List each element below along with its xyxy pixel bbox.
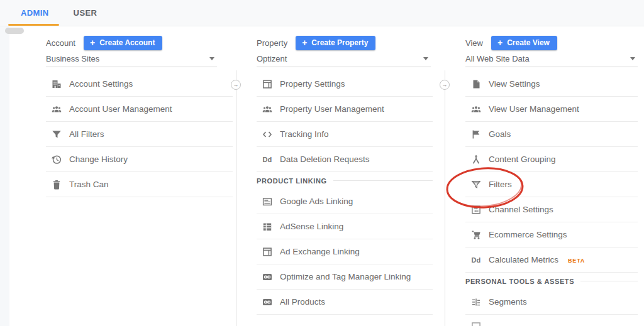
create-account-button[interactable]: + Create Account <box>84 36 162 50</box>
window-icon <box>262 246 273 258</box>
section-header-rule <box>333 180 433 181</box>
list-item-trash-can[interactable]: Trash Can <box>46 172 233 197</box>
view-selector-dropdown[interactable]: All Web Site Data <box>465 54 638 67</box>
list-item-all-products[interactable]: All Products <box>257 290 433 315</box>
account-selector-value: Business Sites <box>46 54 99 63</box>
list-item-view-settings[interactable]: View Settings <box>465 72 638 97</box>
property-column-label: Property <box>257 38 287 48</box>
create-view-button-label: Create View <box>507 38 550 47</box>
list-item-calculated-metrics[interactable]: Dd Calculated Metrics BETA <box>465 247 638 273</box>
list-item-label: All Filters <box>69 129 104 139</box>
account-selector-dropdown[interactable]: Business Sites <box>46 54 217 67</box>
funnel-outline-icon <box>470 179 482 190</box>
collapse-column-button[interactable]: → <box>231 80 241 90</box>
list-item-label: Property User Management <box>280 104 384 114</box>
property-selector-dropdown[interactable]: Optizent <box>257 54 431 67</box>
flag-icon <box>470 129 482 140</box>
list-item-label: Calculated Metrics <box>489 255 558 264</box>
table-icon <box>262 221 273 232</box>
list-item-label: View Settings <box>489 79 540 89</box>
list-item-ad-exchange-linking[interactable]: Ad Exchange Linking <box>257 239 433 264</box>
list-item-content-grouping[interactable]: Content Grouping <box>465 147 638 172</box>
list-item-label: AdSense Linking <box>280 222 343 231</box>
list-item-label: Trash Can <box>69 180 109 189</box>
chevron-down-icon <box>423 57 428 60</box>
split-icon <box>470 154 482 165</box>
list-item-tracking-info[interactable]: Tracking Info <box>257 122 433 147</box>
list-item-optimize-tag-manager-linking[interactable]: Optimize and Tag Manager Linking <box>257 264 433 290</box>
list-item-label: Change History <box>69 155 128 164</box>
list-item-account-settings[interactable]: Account Settings <box>46 72 233 97</box>
collapsed-tooltip-badge <box>5 28 24 34</box>
ads-lines-icon <box>262 196 273 207</box>
list-item-data-deletion-requests[interactable]: Dd Data Deletion Requests <box>257 147 433 172</box>
list-item-property-user-management[interactable]: Property User Management <box>257 97 433 122</box>
section-header-product-linking: PRODUCT LINKING <box>257 172 433 189</box>
link-icon <box>262 296 273 308</box>
beta-badge: BETA <box>568 258 585 264</box>
list-item-label: Google Ads Linking <box>280 197 353 206</box>
list-item-label: Ad Exchange Linking <box>280 247 360 256</box>
list-item-view-user-management[interactable]: View User Management <box>465 97 638 122</box>
property-column: Property + Create Property Optizent Prop… <box>257 35 435 315</box>
create-account-button-label: Create Account <box>99 38 155 47</box>
list-item-channel-settings[interactable]: Channel Settings <box>465 197 638 222</box>
section-header-personal-tools: PERSONAL TOOLS & ASSETS <box>465 273 638 290</box>
account-column: Account + Create Account Business Sites … <box>46 35 233 197</box>
chevron-down-icon <box>630 57 635 60</box>
list-item-partial[interactable] <box>465 315 638 326</box>
trash-icon <box>51 179 62 190</box>
list-item-label: Account User Management <box>69 104 172 114</box>
list-item-ecommerce-settings[interactable]: Ecommerce Settings <box>465 222 638 247</box>
window-icon <box>262 79 273 90</box>
column-divider <box>236 70 236 326</box>
list-item-label: Optimize and Tag Manager Linking <box>280 272 411 281</box>
list-item-adsense-linking[interactable]: AdSense Linking <box>257 214 433 239</box>
list-item-label: Ecommerce Settings <box>489 230 567 239</box>
code-icon <box>262 129 273 140</box>
top-tab-bar: ADMIN USER <box>0 0 644 26</box>
collapse-column-button[interactable]: → <box>440 80 450 90</box>
link-icon <box>262 271 273 283</box>
view-column: View + Create View All Web Site Data Vie… <box>465 35 638 326</box>
list-item-label: Channel Settings <box>489 205 553 214</box>
tab-admin[interactable]: ADMIN <box>21 8 49 18</box>
plus-icon: + <box>302 40 307 46</box>
property-selector-value: Optizent <box>257 54 287 63</box>
list-item-change-history[interactable]: Change History <box>46 147 233 172</box>
list-item-all-filters[interactable]: All Filters <box>46 122 233 147</box>
section-header-rule <box>580 281 638 281</box>
cart-icon <box>470 229 482 241</box>
list-item-label: Tracking Info <box>280 129 329 139</box>
list-item-label: All Products <box>280 297 325 307</box>
column-divider <box>445 70 445 326</box>
building-icon <box>51 79 62 90</box>
active-tab-underline <box>8 24 59 26</box>
list-item-segments[interactable]: Segments <box>465 290 638 315</box>
list-item-account-user-management[interactable]: Account User Management <box>46 97 233 122</box>
partial-square-icon <box>470 322 482 326</box>
svg-text:Dd: Dd <box>263 156 272 163</box>
chevron-down-icon <box>209 57 214 60</box>
list-item-label: Goals <box>489 129 511 139</box>
list-item-property-settings[interactable]: Property Settings <box>257 72 433 97</box>
people-icon <box>470 104 482 115</box>
list-item-goals[interactable]: Goals <box>465 122 638 147</box>
create-property-button[interactable]: + Create Property <box>296 36 375 50</box>
page-icon <box>470 79 482 90</box>
list-item-label: Data Deletion Requests <box>280 155 370 164</box>
account-column-label: Account <box>46 38 75 48</box>
list-item-filters[interactable]: Filters <box>465 172 638 197</box>
list-item-google-ads-linking[interactable]: Google Ads Linking <box>257 189 433 214</box>
list-item-label: Segments <box>489 297 527 307</box>
view-column-label: View <box>465 38 483 48</box>
svg-text:Dd: Dd <box>472 256 481 264</box>
create-view-button[interactable]: + Create View <box>491 36 557 50</box>
left-gutter <box>0 26 9 326</box>
people-icon <box>262 104 273 115</box>
tab-user[interactable]: USER <box>74 8 97 18</box>
list-item-label: Filters <box>489 180 512 189</box>
list-item-label: Property Settings <box>280 79 345 89</box>
plus-icon: + <box>497 40 502 46</box>
list-item-label: View User Management <box>489 104 579 114</box>
